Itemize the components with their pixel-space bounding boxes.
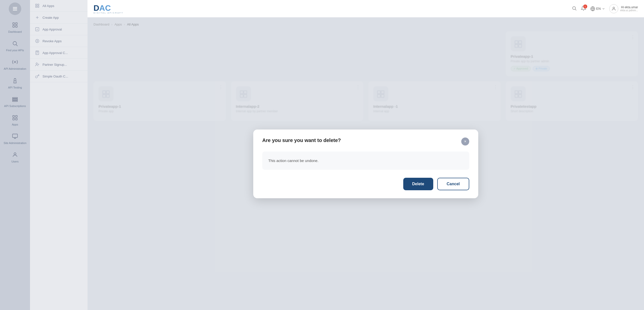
modal-actions: Delete Cancel xyxy=(262,178,469,190)
sidebar-item-apps-label: Apps xyxy=(12,123,18,126)
logo: D AC DIGITAL APICRAFT xyxy=(94,4,124,14)
svg-rect-3 xyxy=(13,23,14,24)
svg-rect-16 xyxy=(16,118,17,120)
sidebar-item-api-admin[interactable]: API Administration xyxy=(0,56,30,73)
svg-rect-6 xyxy=(16,26,17,27)
hamburger-menu-button[interactable] xyxy=(9,2,21,15)
sidebar-secondary-item-simple-oauth[interactable]: Simple Oauth C... xyxy=(30,70,88,82)
svg-rect-10 xyxy=(12,98,18,98)
modal-body-text: This action cannot be undone. xyxy=(268,158,463,163)
content-area: Dashboard › Apps › All Apps ⋮ Privateapp… xyxy=(88,18,644,310)
header-search-button[interactable] xyxy=(572,6,577,12)
svg-point-7 xyxy=(13,42,16,45)
svg-rect-24 xyxy=(38,6,39,8)
sidebar-item-apps[interactable]: Apps xyxy=(0,111,30,129)
svg-rect-23 xyxy=(36,6,37,8)
user-avatar xyxy=(609,4,618,13)
svg-rect-14 xyxy=(16,116,17,117)
notification-badge: 1 xyxy=(583,4,587,8)
sidebar-secondary: All Apps Create App App Approval Revoke … xyxy=(30,0,88,310)
svg-rect-4 xyxy=(16,23,17,24)
language-label: EN xyxy=(596,7,601,10)
sidebar-secondary-partner-signup-label: Partner Signup... xyxy=(42,63,67,66)
delete-confirmation-modal: Are you sure you want to delete? × This … xyxy=(253,130,478,198)
svg-rect-13 xyxy=(13,116,14,117)
main-area: D AC DIGITAL APICRAFT 1 xyxy=(88,0,644,310)
sidebar-secondary-create-app-label: Create App xyxy=(42,16,59,20)
svg-point-20 xyxy=(14,153,16,155)
delete-button[interactable]: Delete xyxy=(403,178,433,190)
sidebar-secondary-app-approval-c-label: App Approval C... xyxy=(42,51,68,55)
sidebar-item-api-admin-label: API Administration xyxy=(4,67,26,70)
user-info[interactable]: Hi ekta.umar ekta.uc.pdmm... xyxy=(609,4,638,13)
notification-button[interactable]: 1 xyxy=(581,6,586,12)
svg-rect-11 xyxy=(12,99,18,100)
sidebar-secondary-item-partner-signup[interactable]: Partner Signup... xyxy=(30,59,88,70)
sidebar-narrow: Dashboard Find your APIs API Administrat… xyxy=(0,0,30,310)
svg-line-38 xyxy=(575,9,576,10)
modal-title: Are you sure you want to delete? xyxy=(262,138,341,143)
close-icon: × xyxy=(464,139,466,144)
modal-overlay: Are you sure you want to delete? × This … xyxy=(88,18,644,310)
header-actions: 1 EN Hi ekta.umar xyxy=(572,4,638,13)
sidebar-secondary-item-app-approval-c[interactable]: App Approval C... xyxy=(30,47,88,59)
svg-rect-21 xyxy=(36,4,37,5)
user-name: Hi ekta.umar ekta.uc.pdmm... xyxy=(620,6,638,12)
sidebar-item-api-subscriptions[interactable]: API Subscriptions xyxy=(0,93,30,110)
svg-rect-17 xyxy=(12,134,18,138)
svg-rect-22 xyxy=(38,4,39,5)
modal-body: This action cannot be undone. xyxy=(262,152,469,170)
sidebar-secondary-item-app-approval[interactable]: App Approval xyxy=(30,24,88,35)
sidebar-item-find-apis-label: Find your APIs xyxy=(6,49,24,52)
logo-d: D xyxy=(94,4,99,13)
sidebar-secondary-item-all-apps[interactable]: All Apps xyxy=(30,0,88,12)
svg-point-41 xyxy=(613,7,615,9)
sidebar-secondary-item-create-app[interactable]: Create App xyxy=(30,12,88,24)
sidebar-item-site-admin-label: Site Administration xyxy=(4,142,26,145)
svg-point-9 xyxy=(14,61,16,63)
sidebar-item-site-admin[interactable]: Site Administration xyxy=(0,130,30,147)
sidebar-secondary-simple-oauth-label: Simple Oauth C... xyxy=(42,74,68,78)
language-selector[interactable]: EN xyxy=(590,6,605,11)
logo-subtitle: DIGITAL APICRAFT xyxy=(94,12,124,14)
svg-rect-12 xyxy=(12,100,18,102)
svg-rect-15 xyxy=(13,118,14,120)
cancel-button[interactable]: Cancel xyxy=(437,178,469,190)
sidebar-secondary-all-apps-label: All Apps xyxy=(42,4,54,8)
svg-rect-5 xyxy=(13,26,14,27)
top-header: D AC DIGITAL APICRAFT 1 xyxy=(88,0,644,18)
sidebar-item-api-testing[interactable]: API Testing xyxy=(0,74,30,92)
sidebar-secondary-revoke-apps-label: Revoke Apps xyxy=(42,39,62,43)
modal-header: Are you sure you want to delete? × xyxy=(262,138,469,146)
modal-close-button[interactable]: × xyxy=(461,138,469,146)
svg-point-37 xyxy=(572,6,576,10)
sidebar-item-dashboard-label: Dashboard xyxy=(8,30,22,34)
svg-point-34 xyxy=(36,63,38,64)
sidebar-item-users[interactable]: Users xyxy=(0,148,30,166)
sidebar-secondary-item-revoke-apps[interactable]: Revoke Apps xyxy=(30,35,88,47)
svg-line-8 xyxy=(16,45,18,46)
svg-rect-31 xyxy=(36,51,38,52)
sidebar-secondary-app-approval-label: App Approval xyxy=(42,28,62,31)
logo-ac: AC xyxy=(99,4,111,13)
sidebar-item-api-testing-label: API Testing xyxy=(8,86,22,89)
sidebar-item-find-apis[interactable]: Find your APIs xyxy=(0,37,30,54)
sidebar-item-users-label: Users xyxy=(12,160,19,163)
sidebar-item-api-subscriptions-label: API Subscriptions xyxy=(4,104,26,108)
sidebar-item-dashboard[interactable]: Dashboard xyxy=(0,18,30,36)
